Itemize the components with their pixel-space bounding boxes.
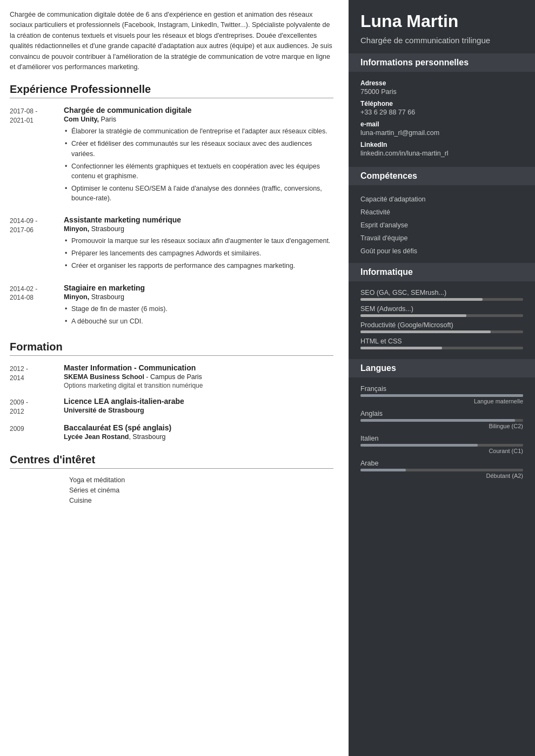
language-level: Bilingue (C2) — [360, 423, 523, 429]
bullet-item: Stage de fin de master (6 mois). — [64, 304, 333, 314]
edu-title: Licence LEA anglais-italien-arabe — [64, 397, 333, 406]
exp-dates: 2014-02 -2014-08 — [10, 284, 64, 329]
language-bar-fill — [360, 394, 523, 397]
bullet-item: Optimiser le contenu SEO/SEM à l'aide d'… — [64, 184, 333, 203]
candidate-name: Luna Martin — [360, 12, 523, 31]
linkedin-label: LinkedIn — [360, 141, 523, 148]
edu-content: Master Information - Communication SKEMA… — [64, 363, 333, 389]
linkedin-value: linkedin.com/in/luna-martin_rl — [360, 150, 523, 157]
language-bar-fill — [360, 469, 406, 471]
interests-title: Centres d'intêret — [10, 454, 333, 469]
skill-item: Réactivité — [360, 206, 523, 219]
bullet-item: Créer et organiser les rapports de perfo… — [64, 261, 333, 271]
exp-bullets: Promouvoir la marque sur les réseaux soc… — [64, 236, 333, 271]
edu-school: Lycée Jean Rostand, Strasbourg — [64, 433, 333, 441]
exp-company: Minyon, Strasbourg — [64, 225, 333, 233]
it-skill-item: SEO (GA, GSC, SEMrush...) — [360, 289, 523, 301]
experience-entry: 2017-08 -2021-01 Chargée de communicatio… — [10, 106, 333, 206]
it-skill-item: SEM (Adwords...) — [360, 305, 523, 317]
phone-label: Téléphone — [360, 100, 523, 107]
edu-content: Licence LEA anglais-italien-arabe Univer… — [64, 397, 333, 416]
exp-content: Chargée de communication digitale Com Un… — [64, 106, 333, 206]
formation-section: Formation 2012 -2014 Master Information … — [10, 341, 333, 442]
language-label: Anglais — [360, 410, 523, 417]
exp-content: Stagiaire en marketing Minyon, Strasbour… — [64, 284, 333, 329]
interest-item: Cuisine — [69, 497, 333, 504]
it-skill-bar — [360, 347, 523, 349]
language-label: Italien — [360, 435, 523, 442]
exp-title: Stagiaire en marketing — [64, 284, 333, 292]
exp-dates: 2017-08 -2021-01 — [10, 106, 64, 206]
bullet-item: Élaborer la stratégie de communication d… — [64, 126, 333, 136]
it-skill-label: Productivité (Google/Microsoft) — [360, 321, 523, 329]
language-label: Arabe — [360, 460, 523, 467]
it-skill-item: HTML et CSS — [360, 338, 523, 349]
competences-section: Compétences Capacité d'adaptationRéactiv… — [349, 167, 535, 263]
skill-item: Goût pour les défis — [360, 245, 523, 258]
exp-bullets: Élaborer la stratégie de communication d… — [64, 126, 333, 203]
edu-title: Baccalauréat ES (spé anglais) — [64, 423, 333, 432]
exp-content: Assistante marketing numérique Minyon, S… — [64, 215, 333, 273]
right-column: Luna Martin Chargée de communication tri… — [349, 0, 535, 756]
left-column: Chargée de communication digitale dotée … — [0, 0, 349, 756]
language-item: Français Langue maternelle — [360, 385, 523, 404]
edu-content: Baccalauréat ES (spé anglais) Lycée Jean… — [64, 423, 333, 442]
it-skill-item: Productivité (Google/Microsoft) — [360, 321, 523, 333]
language-bar — [360, 469, 523, 471]
it-skill-bar-fill — [360, 314, 466, 317]
edu-dates: 2012 -2014 — [10, 363, 64, 389]
personal-info-title: Informations personnelles — [349, 53, 535, 72]
email-label: e-mail — [360, 120, 523, 128]
education-entry: 2009 Baccalauréat ES (spé anglais) Lycée… — [10, 423, 333, 442]
language-level: Langue maternelle — [360, 398, 523, 404]
langues-section: Langues Français Langue maternelle Angla… — [349, 359, 535, 490]
language-bar — [360, 419, 523, 422]
skill-item: Travail d'équipe — [360, 232, 523, 245]
edu-title: Master Information - Communication — [64, 363, 333, 372]
bullet-item: Préparer les lancements des campagnes Ad… — [64, 248, 333, 258]
language-bar — [360, 394, 523, 397]
edu-school: Université de Strasbourg — [64, 407, 333, 414]
experience-title: Expérience Professionnelle — [10, 83, 333, 98]
language-level: Courant (C1) — [360, 448, 523, 454]
informatique-title: Informatique — [349, 263, 535, 281]
interest-item: Yoga et méditation — [69, 476, 333, 484]
education-entry: 2009 -2012 Licence LEA anglais-italien-a… — [10, 397, 333, 416]
personal-info-block: Adresse 75000 Paris Téléphone +33 6 29 8… — [349, 77, 535, 167]
exp-dates: 2014-09 -2017-06 — [10, 215, 64, 273]
right-header: Luna Martin Chargée de communication tri… — [349, 0, 535, 53]
address-value: 75000 Paris — [360, 88, 523, 96]
language-level: Débutant (A2) — [360, 473, 523, 479]
it-skill-label: SEO (GA, GSC, SEMrush...) — [360, 289, 523, 296]
experience-entry: 2014-09 -2017-06 Assistante marketing nu… — [10, 215, 333, 273]
language-bar-fill — [360, 419, 515, 422]
it-skill-bar — [360, 330, 523, 333]
edu-option: Options marketing digital et transition … — [64, 382, 333, 389]
exp-title: Assistante marketing numérique — [64, 215, 333, 224]
langues-title: Langues — [349, 359, 535, 377]
language-item: Italien Courant (C1) — [360, 435, 523, 454]
language-item: Arabe Débutant (A2) — [360, 460, 523, 479]
email-value: luna-martin_rl@gmail.com — [360, 129, 523, 137]
language-item: Anglais Bilingue (C2) — [360, 410, 523, 429]
interests-list: Yoga et méditationSéries et cinémaCuisin… — [10, 476, 333, 504]
lang-block: Français Langue maternelle Anglais Bilin… — [349, 383, 535, 490]
it-skill-bar-fill — [360, 347, 442, 349]
skills-block: Capacité d'adaptationRéactivitéEsprit d'… — [349, 191, 535, 263]
exp-company: Minyon, Strasbourg — [64, 293, 333, 301]
exp-bullets: Stage de fin de master (6 mois).A débouc… — [64, 304, 333, 326]
bullet-item: Confectionner les éléments graphiques et… — [64, 161, 333, 181]
language-bar-fill — [360, 444, 478, 447]
it-skill-label: SEM (Adwords...) — [360, 305, 523, 313]
intro-paragraph: Chargée de communication digitale dotée … — [10, 10, 333, 72]
formation-title: Formation — [10, 341, 333, 356]
it-skill-bar-fill — [360, 330, 491, 333]
it-block: SEO (GA, GSC, SEMrush...) SEM (Adwords..… — [349, 287, 535, 359]
language-label: Français — [360, 385, 523, 393]
address-label: Adresse — [360, 79, 523, 87]
it-skill-bar — [360, 298, 523, 301]
bullet-item: A débouché sur un CDI. — [64, 316, 333, 326]
it-skill-label: HTML et CSS — [360, 338, 523, 345]
experience-entry: 2014-02 -2014-08 Stagiaire en marketing … — [10, 284, 333, 329]
bullet-item: Créer et fidéliser des communautés sur l… — [64, 139, 333, 158]
